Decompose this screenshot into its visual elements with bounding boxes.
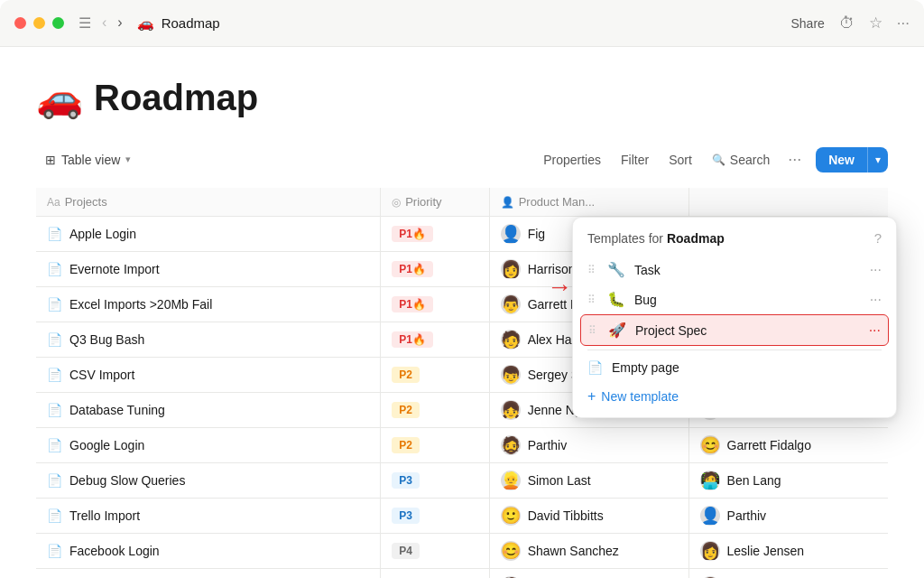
close-button[interactable] [14, 17, 26, 29]
priority-cell[interactable]: P1🔥 [381, 287, 490, 322]
product-manager-cell[interactable]: 🧑‍💻 Garrett Fidalgo [489, 569, 688, 579]
project-cell[interactable]: 📄 Google Login [36, 428, 381, 463]
sidebar-toggle-icon[interactable]: ☰ [75, 11, 95, 35]
assignee-cell[interactable]: 👤 Parthiv [688, 499, 888, 534]
avatar: 👱 [501, 471, 521, 490]
priority-icon: ◎ [392, 196, 401, 209]
share-button[interactable]: Share [790, 16, 824, 31]
priority-cell[interactable]: P1🔥 [381, 252, 490, 287]
priority-cell[interactable]: P1🔥 [381, 322, 490, 358]
project-cell[interactable]: 📄 Facebook Login [36, 534, 381, 569]
project-cell[interactable]: 📄 Invalid Emails Throw an Error [36, 569, 381, 579]
priority-cell[interactable]: P4 [381, 534, 490, 569]
forward-button[interactable]: › [114, 11, 125, 35]
new-button-caret[interactable]: ▾ [867, 147, 888, 172]
avatar: 😊 [501, 541, 521, 561]
priority-cell[interactable]: P1🔥 [381, 217, 490, 252]
doc-icon: 📄 [47, 332, 62, 347]
project-cell[interactable]: 📄 Apple Login [36, 217, 381, 252]
toolbar-actions: Properties Filter Sort 🔍 Search ··· New … [534, 145, 888, 173]
col-header-project[interactable]: Aa Projects [36, 188, 381, 217]
star-icon[interactable]: ☆ [869, 14, 882, 33]
priority-badge: P3 [392, 508, 420, 524]
avatar: 🙂 [501, 506, 521, 526]
product-manager-cell[interactable]: 🙂 David Tibbitts [489, 499, 688, 534]
assignee-name: Leslie Jensen [727, 544, 805, 558]
help-icon[interactable]: ? [874, 230, 882, 246]
assignee-cell[interactable]: 👩 Leslie Jensen [688, 534, 888, 569]
col-header-priority[interactable]: ◎ Priority [381, 188, 490, 217]
search-button[interactable]: 🔍 Search [703, 148, 779, 172]
product-manager-name: David Tibbitts [528, 508, 604, 523]
divider [587, 350, 882, 350]
history-icon[interactable]: ⏱ [839, 14, 855, 33]
project-cell[interactable]: 📄 Debug Slow Queries [36, 463, 381, 499]
priority-badge: P1🔥 [392, 331, 433, 348]
project-name: Trello Import [69, 508, 140, 523]
task-more-icon[interactable]: ··· [870, 262, 882, 278]
empty-page-item[interactable]: 📄 Empty page [573, 354, 896, 381]
sort-button[interactable]: Sort [660, 148, 701, 172]
priority-cell[interactable]: P3 [381, 499, 490, 534]
product-manager-cell[interactable]: 🧔 Parthiv [489, 428, 688, 463]
filter-button[interactable]: Filter [612, 148, 658, 172]
project-cell[interactable]: 📄 Evernote Import [36, 252, 381, 287]
avatar: 👧 [501, 400, 521, 420]
project-name: Apple Login [69, 227, 136, 241]
minimize-button[interactable] [33, 17, 45, 29]
priority-cell[interactable]: P3 [381, 463, 490, 499]
table-row[interactable]: 📄 Invalid Emails Throw an Error P5 🧑‍💻 G… [36, 569, 888, 579]
more-icon[interactable]: ··· [897, 14, 910, 33]
project-cell[interactable]: 📄 Database Tuning [36, 393, 381, 428]
page-title: Roadmap [94, 78, 258, 118]
table-row[interactable]: 📄 Debug Slow Queries P3 👱 Simon Last 🧑‍💻… [36, 463, 888, 499]
maximize-button[interactable] [52, 17, 64, 29]
col-header-product-manager[interactable]: 👤 Product Man... [489, 188, 688, 217]
project-name: Database Tuning [69, 403, 165, 417]
product-manager-cell[interactable]: 👱 Simon Last [489, 463, 688, 499]
priority-badge: P1🔥 [392, 296, 433, 312]
template-item-task[interactable]: ⠿ 🔧 Task ··· [573, 255, 896, 284]
search-icon: 🔍 [712, 154, 725, 166]
back-button[interactable]: ‹ [98, 11, 110, 35]
priority-cell[interactable]: P2 [381, 393, 490, 428]
table-row[interactable]: 📄 Facebook Login P4 😊 Shawn Sanchez 👩 Le… [36, 534, 888, 569]
product-manager-cell[interactable]: 😊 Shawn Sanchez [489, 534, 688, 569]
project-cell[interactable]: 📄 Excel Imports >20Mb Fail [36, 287, 381, 322]
new-template-button[interactable]: + New template [573, 381, 896, 417]
avatar: 👨 [501, 294, 521, 314]
more-options-button[interactable]: ··· [781, 145, 808, 173]
view-selector[interactable]: ⊞ Table view ▾ [36, 148, 140, 172]
assignee-cell[interactable]: 🧑‍💻 Ben Lang [688, 463, 888, 499]
drag-handle-icon: ⠿ [587, 294, 598, 306]
priority-cell[interactable]: P5 [381, 569, 490, 579]
assignee-cell[interactable]: 😊 Garrett Fidalgo [688, 428, 888, 463]
priority-cell[interactable]: P2 [381, 358, 490, 393]
arrow-indicator: → [547, 273, 572, 302]
priority-badge: P1🔥 [392, 261, 433, 277]
table-row[interactable]: 📄 Google Login P2 🧔 Parthiv 😊 Garrett Fi… [36, 428, 888, 463]
header-emoji: 🚗 [36, 76, 83, 120]
table-row[interactable]: 📄 Trello Import P3 🙂 David Tibbitts 👤 Pa… [36, 499, 888, 534]
titlebar-right: Share ⏱ ☆ ··· [790, 14, 910, 33]
new-button[interactable]: New [816, 147, 867, 172]
bug-more-icon[interactable]: ··· [870, 292, 882, 308]
assignee-cell[interactable]: 👨 Jenne Nguyen [688, 569, 888, 579]
traffic-lights [14, 17, 64, 29]
product-manager-name: Parthiv [528, 438, 568, 452]
col-header-assignee[interactable] [688, 188, 888, 217]
avatar: 👦 [501, 365, 521, 385]
avatar: 😊 [700, 435, 720, 455]
priority-badge: P2 [392, 402, 420, 418]
titlebar-page-title: 🚗 Roadmap [137, 15, 791, 32]
project-cell[interactable]: 📄 Trello Import [36, 499, 381, 534]
project-spec-more-icon[interactable]: ··· [869, 322, 881, 339]
priority-badge: P4 [392, 543, 420, 559]
template-item-project-spec[interactable]: ⠿ 🚀 Project Spec ··· [580, 314, 889, 346]
project-cell[interactable]: 📄 Q3 Bug Bash [36, 322, 381, 358]
project-name: Evernote Import [69, 262, 160, 276]
project-cell[interactable]: 📄 CSV Import [36, 358, 381, 393]
properties-button[interactable]: Properties [534, 148, 610, 172]
priority-cell[interactable]: P2 [381, 428, 490, 463]
template-item-bug[interactable]: ⠿ 🐛 Bug ··· [573, 284, 896, 314]
